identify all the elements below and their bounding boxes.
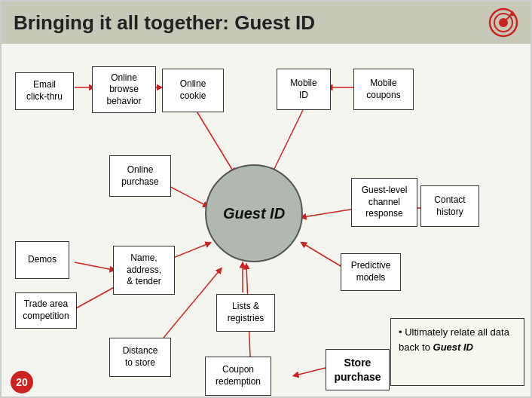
svg-line-16 [75, 285, 118, 309]
svg-line-9 [196, 110, 234, 172]
coupon-label: Coupon redemption [216, 364, 261, 387]
name-address-label: Name,address,& tender [127, 253, 161, 288]
contact-history-box: Contacthistory [420, 185, 479, 227]
predictive-box: Predictivemodels [341, 253, 401, 291]
online-purchase-label: Onlinepurchase [121, 164, 158, 188]
cookie-label: Online cookie [180, 78, 206, 102]
cookie-box: Online cookie [162, 69, 224, 112]
store-purchase-label: Storepurchase [334, 356, 381, 383]
distance-label: Distanceto store [123, 345, 158, 369]
distance-box: Distanceto store [109, 338, 171, 377]
trade-area-label: Trade areacompetition [23, 298, 69, 322]
title-bar: Bringing it all together: Guest ID [2, 2, 530, 44]
note-italic: Guest ID [433, 341, 473, 353]
note-box: • Ultimately relate all data back to Gue… [390, 318, 524, 386]
lists-label: Lists &registries [228, 301, 264, 324]
trade-area-box: Trade areacompetition [15, 292, 77, 329]
svg-line-14 [75, 262, 113, 270]
email-label: Email click-thru [26, 79, 63, 103]
mobile-coupons-label: Mobilecoupons [366, 78, 400, 101]
demos-label: Demos [28, 254, 57, 266]
mobile-coupons-box: Mobilecoupons [353, 69, 414, 110]
browse-box: Onlinebrowsebehavior [92, 66, 156, 113]
guest-channel-label: Guest-levelchannelresponse [362, 185, 408, 220]
slide: Bringing it all together: Guest ID [0, 0, 532, 398]
slide-title: Bringing it all together: Guest ID [14, 11, 315, 35]
demos-box: Demos [15, 241, 69, 279]
mobile-id-label: MobileID [290, 78, 316, 101]
page-number: 20 [11, 371, 33, 393]
mobile-id-box: MobileID [277, 69, 331, 110]
online-purchase-box: Onlinepurchase [109, 155, 171, 197]
name-address-box: Name,address,& tender [113, 246, 175, 295]
target-icon [488, 8, 518, 38]
contact-history-label: Contacthistory [434, 194, 465, 218]
content-area: Guest ID Email click-thru Onlinebrowsebe… [2, 44, 532, 398]
predictive-label: Predictivemodels [351, 260, 391, 283]
svg-line-10 [273, 110, 303, 172]
lists-box: Lists &registries [216, 294, 275, 332]
note-text: • Ultimately relate all data back to Gue… [399, 326, 509, 353]
guest-channel-box: Guest-levelchannelresponse [351, 178, 417, 227]
svg-line-20 [295, 368, 326, 375]
guest-id-label: Guest ID [223, 205, 285, 222]
browse-label: Onlinebrowsebehavior [106, 72, 141, 108]
guest-id-circle: Guest ID [205, 164, 303, 262]
email-box: Email click-thru [15, 72, 74, 110]
coupon-box: Coupon redemption [205, 357, 271, 396]
store-purchase-box: Storepurchase [326, 349, 390, 390]
svg-line-18 [303, 243, 344, 268]
